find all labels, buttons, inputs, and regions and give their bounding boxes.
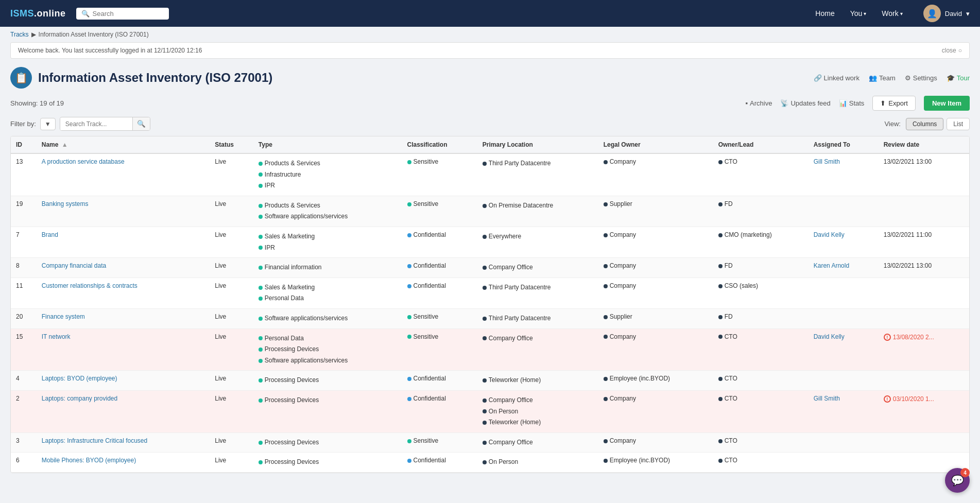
toolbar-right: ▪ Archive 📡 Updates feed 📊 Stats ⬆ Expor… — [745, 96, 970, 111]
user-dropdown-arrow: ▾ — [966, 10, 970, 18]
search-box[interactable]: 🔍 — [76, 8, 169, 20]
cell-name: Brand — [37, 227, 210, 257]
view-columns-button[interactable]: Columns — [906, 118, 943, 130]
cell-id: 7 — [11, 227, 37, 257]
sort-icon: ▲ — [62, 141, 68, 148]
filter-search-button[interactable]: 🔍 — [132, 117, 150, 130]
filter-search[interactable]: 🔍 — [60, 117, 150, 131]
settings-link[interactable]: ⚙ Settings — [905, 74, 937, 82]
name-link[interactable]: IT network — [42, 333, 71, 340]
cell-assigned-to — [809, 277, 879, 308]
col-id: ID — [11, 136, 37, 153]
new-item-button[interactable]: New Item — [924, 96, 970, 111]
assigned-link[interactable]: Gill Smith — [814, 395, 840, 402]
cell-primary-location: Company Office — [477, 328, 598, 371]
cell-assigned-to: David Kelly — [809, 227, 879, 257]
breadcrumb-parent[interactable]: Tracks — [10, 31, 29, 38]
cell-owner-lead: CSO (sales) — [713, 277, 809, 308]
linked-work-link[interactable]: 🔗 Linked work — [814, 74, 859, 82]
name-link[interactable]: Brand — [42, 231, 58, 238]
assigned-link[interactable]: Gill Smith — [814, 158, 840, 165]
col-name[interactable]: Name ▲ — [37, 136, 210, 153]
page-title-row: 📋 Information Asset Inventory (ISO 27001… — [10, 67, 970, 89]
col-classification: Classification — [402, 136, 477, 153]
welcome-text: Welcome back. You last successfully logg… — [18, 47, 202, 54]
name-link[interactable]: Company financial data — [42, 262, 106, 269]
cell-legal-owner: Supplier — [598, 196, 713, 227]
team-link[interactable]: 👥 Team — [869, 74, 896, 82]
cell-name: Mobile Phones: BYOD (employee) — [37, 453, 210, 473]
name-link[interactable]: Laptops: BYOD (employee) — [42, 375, 117, 382]
filter-icon: ▼ — [45, 120, 51, 128]
name-link[interactable]: Customer relationships & contracts — [42, 282, 137, 289]
cell-classification: Sensitive — [402, 308, 477, 328]
nav-work[interactable]: Work ▾ — [882, 9, 902, 18]
data-table: ID Name ▲ Status Type Classification Pri… — [10, 136, 970, 473]
you-arrow: ▾ — [864, 11, 866, 16]
page-title-actions: 🔗 Linked work 👥 Team ⚙ Settings 🎓 Tour — [814, 74, 970, 82]
name-link[interactable]: Laptops: Infrastructure Critical focused — [42, 437, 147, 444]
table-row: 15IT networkLivePersonal DataProcessing … — [11, 328, 969, 371]
assigned-link[interactable]: David Kelly — [814, 333, 845, 340]
cell-owner-lead: CTO — [713, 390, 809, 432]
assigned-link[interactable]: Karen Arnold — [814, 262, 849, 269]
close-icon: ○ — [958, 47, 962, 54]
name-link[interactable]: Banking systems — [42, 200, 89, 207]
cell-name: IT network — [37, 328, 210, 371]
cell-review-date — [879, 432, 969, 453]
col-owner-lead: Owner/Lead — [713, 136, 809, 153]
updates-feed-link[interactable]: 📡 Updates feed — [780, 99, 830, 107]
search-icon: 🔍 — [81, 10, 90, 18]
cell-id: 2 — [11, 390, 37, 432]
cell-review-date: ! 13/08/2020 2... — [879, 328, 969, 371]
filter-funnel-button[interactable]: ▼ — [40, 118, 56, 130]
name-link[interactable]: A production service database — [42, 158, 125, 165]
close-banner-button[interactable]: close ○ — [942, 47, 962, 54]
archive-link[interactable]: ▪ Archive — [745, 99, 772, 107]
stats-icon: 📊 — [839, 99, 847, 107]
cell-type: Processing Devices — [253, 371, 402, 391]
table-row: 13A production service databaseLiveProdu… — [11, 153, 969, 196]
cell-primary-location: Everywhere — [477, 227, 598, 257]
cell-primary-location: Company Office — [477, 258, 598, 278]
cell-classification: Confidential — [402, 453, 477, 473]
cell-status: Live — [210, 371, 253, 391]
cell-type: Processing Devices — [253, 390, 402, 432]
assigned-link[interactable]: David Kelly — [814, 231, 845, 238]
cell-type: Sales & MarketingPersonal Data — [253, 277, 402, 308]
cell-review-date: 13/02/2021 13:00 — [879, 153, 969, 196]
cell-name: Laptops: company provided — [37, 390, 210, 432]
filter-search-input[interactable] — [60, 118, 132, 130]
name-link[interactable]: Finance system — [42, 313, 85, 320]
table-row: 20Finance systemLiveSoftware application… — [11, 308, 969, 328]
view-list-button[interactable]: List — [947, 118, 970, 130]
cell-status: Live — [210, 227, 253, 257]
cell-assigned-to — [809, 308, 879, 328]
table-row: 4Laptops: BYOD (employee)LiveProcessing … — [11, 371, 969, 391]
stats-link[interactable]: 📊 Stats — [839, 99, 865, 107]
nav-you[interactable]: You ▾ — [850, 9, 867, 18]
cell-status: Live — [210, 308, 253, 328]
name-link[interactable]: Mobile Phones: BYOD (employee) — [42, 457, 136, 464]
cell-assigned-to — [809, 432, 879, 453]
cell-legal-owner: Employee (inc.BYOD) — [598, 371, 713, 391]
export-button[interactable]: ⬆ Export — [872, 96, 916, 111]
cell-name: Customer relationships & contracts — [37, 277, 210, 308]
cell-id: 20 — [11, 308, 37, 328]
name-link[interactable]: Laptops: company provided — [42, 395, 117, 402]
page-title-icon: 📋 — [10, 67, 32, 89]
cell-classification: Confidential — [402, 258, 477, 278]
cell-status: Live — [210, 196, 253, 227]
tour-link[interactable]: 🎓 Tour — [947, 74, 970, 82]
search-input[interactable] — [93, 10, 154, 18]
team-icon: 👥 — [869, 74, 877, 82]
user-menu[interactable]: 👤 David ▾ — [923, 5, 970, 22]
cell-legal-owner: Company — [598, 227, 713, 257]
col-review-date: Review date — [879, 136, 969, 153]
archive-icon: ▪ — [745, 99, 748, 107]
cell-classification: Confidential — [402, 227, 477, 257]
header-row: ID Name ▲ Status Type Classification Pri… — [11, 136, 969, 153]
cell-type: Processing Devices — [253, 432, 402, 453]
cell-name: Laptops: Infrastructure Critical focused — [37, 432, 210, 453]
nav-home[interactable]: Home — [815, 9, 834, 18]
